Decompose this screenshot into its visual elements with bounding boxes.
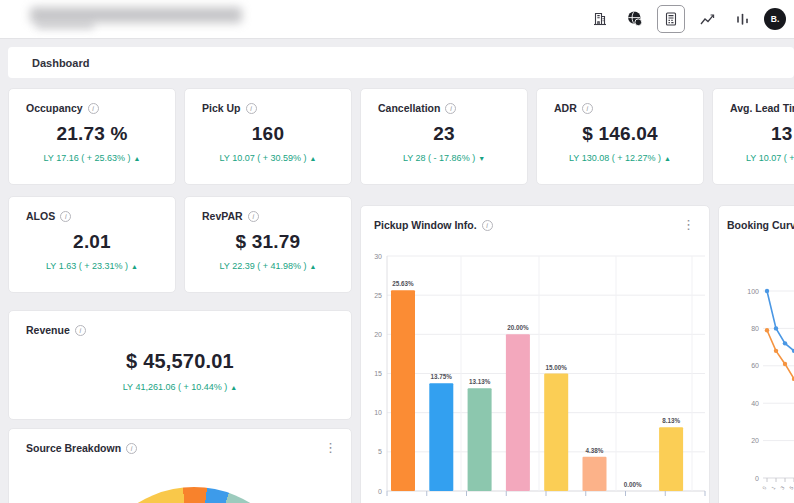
source-breakdown-pie-chart[interactable] <box>87 487 301 503</box>
kpi-ly: LY 17.16 ( + 25.63% )▲ <box>9 153 175 163</box>
kebab-menu-icon[interactable]: ⋮ <box>324 442 337 454</box>
pickup-window-bar-chart[interactable]: 05101520253025.63%13.75%13.13%20.00%15.0… <box>361 244 710 503</box>
top-header: B. <box>0 0 794 39</box>
kpi-ly: LY 1.63 ( + 23.31% )▲ <box>9 261 175 271</box>
kpi-ly: LY 10.07 ( + <box>713 153 794 163</box>
svg-text:3: 3 <box>779 485 786 491</box>
header-actions: B. <box>587 0 786 38</box>
svg-text:1: 1 <box>770 485 777 491</box>
svg-text:15.00%: 15.00% <box>546 364 568 371</box>
svg-text:0: 0 <box>755 475 759 482</box>
kpi-ly: LY 22.39 ( + 41.98% )▲ <box>185 261 351 271</box>
kpi-card-cancellation: Cancellation i 23 LY 28 ( - 17.86% )▼ <box>360 88 528 185</box>
svg-text:0: 0 <box>761 485 768 491</box>
line-chart-icon[interactable] <box>694 6 720 32</box>
svg-text:0.00%: 0.00% <box>624 481 642 488</box>
kpi-title: ADR <box>554 102 577 114</box>
kpi-value: 2.01 <box>9 231 175 253</box>
svg-text:10: 10 <box>374 409 382 416</box>
kpi-ly: LY 28 ( - 17.86% )▼ <box>361 153 527 163</box>
svg-text:13.75%: 13.75% <box>431 373 453 380</box>
kpi-title: Occupancy <box>26 102 83 114</box>
svg-text:100: 100 <box>747 288 759 295</box>
svg-text:4.38%: 4.38% <box>586 447 604 454</box>
info-icon[interactable]: i <box>75 325 86 336</box>
info-icon[interactable]: i <box>126 443 137 454</box>
trend-up-icon: ▲ <box>230 384 237 391</box>
kebab-menu-icon[interactable]: ⋮ <box>682 219 695 231</box>
kpi-card-avg-lead-time: Avg. Lead Time i 13 LY 10.07 ( + <box>712 88 794 185</box>
kpi-ly: LY 10.07 ( + 30.59% )▲ <box>185 153 351 163</box>
kpi-ly: LY 130.08 ( + 12.27% )▲ <box>537 153 703 163</box>
info-icon[interactable]: i <box>248 211 259 222</box>
info-icon[interactable]: i <box>445 103 456 114</box>
info-icon[interactable]: i <box>88 103 99 114</box>
kpi-value: $ 45,570.01 <box>9 350 351 373</box>
svg-text:25: 25 <box>374 292 382 299</box>
kpi-title: Avg. Lead Time <box>730 102 794 114</box>
globe-icon[interactable] <box>622 6 648 32</box>
trend-up-icon: ▲ <box>310 263 317 270</box>
panel-title: Booking Curve / Pa <box>727 219 794 231</box>
kpi-value: 160 <box>185 123 351 145</box>
kpi-value: 23 <box>361 123 527 145</box>
kpi-value: $ 31.79 <box>185 231 351 253</box>
kpi-value: $ 146.04 <box>537 123 703 145</box>
svg-text:5: 5 <box>788 485 794 491</box>
trend-up-icon: ▲ <box>134 155 141 162</box>
breadcrumb: Dashboard <box>8 47 794 78</box>
building-icon[interactable] <box>587 6 613 32</box>
info-icon[interactable]: i <box>582 103 593 114</box>
app-logo-subtitle <box>36 22 94 29</box>
avatar[interactable]: B. <box>764 8 786 30</box>
kpi-title: ALOS <box>26 210 55 222</box>
panel-title: Pickup Window Info. <box>374 219 477 231</box>
panel-title: Source Breakdown <box>26 442 121 454</box>
trend-up-icon: ▲ <box>310 155 317 162</box>
svg-text:60: 60 <box>751 362 759 369</box>
dashboard-screen: B. Dashboard Occupancy i 21.73 % LY 17.1… <box>0 0 794 503</box>
kpi-card-revpar: RevPAR i $ 31.79 LY 22.39 ( + 41.98% )▲ <box>184 196 352 293</box>
app-logo <box>30 7 242 23</box>
svg-text:40: 40 <box>751 400 759 407</box>
trend-down-icon: ▼ <box>478 155 485 162</box>
svg-text:20: 20 <box>751 437 759 444</box>
kpi-card-adr: ADR i $ 146.04 LY 130.08 ( + 12.27% )▲ <box>536 88 704 185</box>
kpi-card-alos: ALOS i 2.01 LY 1.63 ( + 23.31% )▲ <box>8 196 176 293</box>
svg-text:13.13%: 13.13% <box>469 378 491 385</box>
trend-up-icon: ▲ <box>664 155 671 162</box>
svg-text:15: 15 <box>374 370 382 377</box>
svg-text:25.63%: 25.63% <box>392 280 414 287</box>
reports-icon[interactable] <box>657 5 685 33</box>
svg-text:20: 20 <box>374 331 382 338</box>
kpi-title: Revenue <box>26 324 70 336</box>
source-breakdown-panel: Source Breakdown i ⋮ <box>8 428 352 503</box>
info-icon[interactable]: i <box>482 220 493 231</box>
kpi-card-occupancy: Occupancy i 21.73 % LY 17.16 ( + 25.63% … <box>8 88 176 185</box>
booking-curve-line-chart[interactable]: 02040608010001357 <box>719 244 794 503</box>
booking-curve-panel: Booking Curve / Pa 02040608010001357 <box>718 205 794 503</box>
kpi-title: Cancellation <box>378 102 440 114</box>
svg-text:80: 80 <box>751 325 759 332</box>
svg-text:8.13%: 8.13% <box>662 417 680 424</box>
svg-text:0: 0 <box>378 488 382 495</box>
kpi-title: RevPAR <box>202 210 243 222</box>
svg-text:30: 30 <box>374 253 382 260</box>
kpi-value: 21.73 % <box>9 123 175 145</box>
pickup-window-panel: Pickup Window Info. i ⋮ 05101520253025.6… <box>360 205 710 503</box>
bar-chart-icon[interactable] <box>729 6 755 32</box>
svg-text:5: 5 <box>378 448 382 455</box>
trend-up-icon: ▲ <box>131 263 138 270</box>
kpi-value: 13 <box>713 123 794 145</box>
kpi-card-pickup: Pick Up i 160 LY 10.07 ( + 30.59% )▲ <box>184 88 352 185</box>
kpi-title: Pick Up <box>202 102 241 114</box>
info-icon[interactable]: i <box>246 103 257 114</box>
kpi-ly: LY 41,261.06 ( + 10.44% )▲ <box>9 382 351 392</box>
kpi-card-revenue: Revenue i $ 45,570.01 LY 41,261.06 ( + 1… <box>8 310 352 420</box>
breadcrumb-label: Dashboard <box>32 57 89 69</box>
info-icon[interactable]: i <box>60 211 71 222</box>
svg-text:20.00%: 20.00% <box>507 324 529 331</box>
